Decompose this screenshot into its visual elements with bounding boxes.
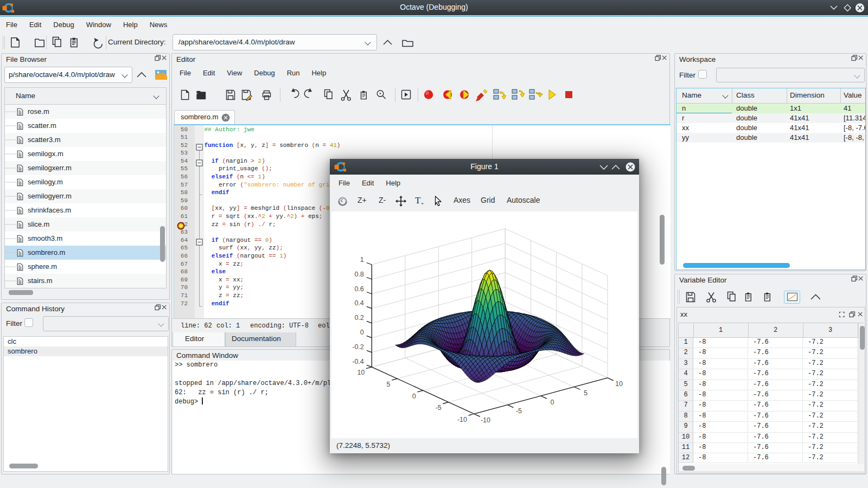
svg-text:5: 5 xyxy=(387,381,391,388)
svg-text:-0.2: -0.2 xyxy=(352,343,364,351)
svg-text:0.2: 0.2 xyxy=(354,314,363,322)
svg-text:0.6: 0.6 xyxy=(354,285,363,293)
svg-text:-10: -10 xyxy=(481,416,490,424)
svg-text:0.8: 0.8 xyxy=(354,271,363,278)
svg-text:1: 1 xyxy=(360,256,364,264)
svg-text:0: 0 xyxy=(412,393,416,400)
svg-text:-0.4: -0.4 xyxy=(352,358,364,365)
svg-text:0.4: 0.4 xyxy=(354,299,363,307)
svg-text:-5: -5 xyxy=(436,404,442,412)
svg-text:5: 5 xyxy=(584,389,588,397)
svg-text:0: 0 xyxy=(360,329,364,336)
svg-text:0: 0 xyxy=(551,399,554,406)
svg-text:-5: -5 xyxy=(516,407,522,415)
svg-text:10: 10 xyxy=(357,369,365,376)
svg-text:10: 10 xyxy=(615,380,623,388)
svg-text:-10: -10 xyxy=(457,416,467,423)
